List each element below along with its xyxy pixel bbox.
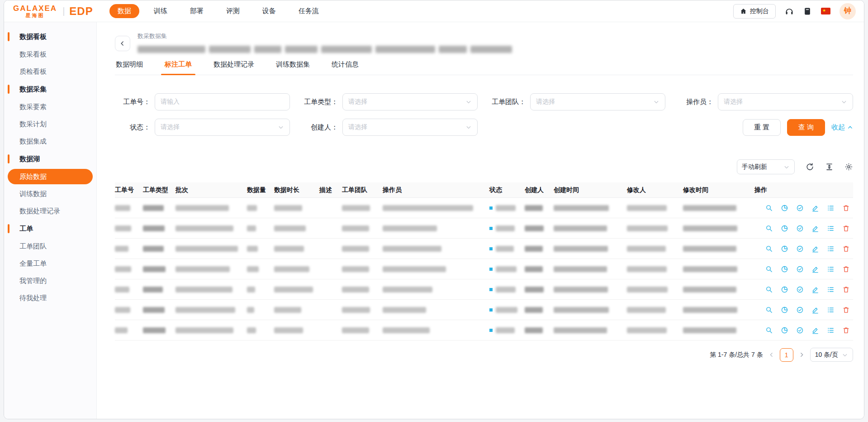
tab-统计信息[interactable]: 统计信息	[331, 60, 360, 75]
sidebar-item[interactable]: 数采计划	[4, 115, 96, 133]
settings-icon[interactable]	[844, 163, 853, 171]
table-cell	[683, 225, 754, 231]
filter-select[interactable]: 请选择	[342, 93, 478, 110]
edit-icon[interactable]	[811, 265, 819, 273]
redacted-text	[175, 205, 229, 211]
delete-icon[interactable]	[842, 286, 850, 293]
search-button[interactable]: 查询	[787, 119, 825, 136]
approve-icon[interactable]	[796, 265, 804, 273]
sidebar-item[interactable]: 数采看板	[4, 46, 96, 63]
edit-icon[interactable]	[811, 245, 819, 253]
edit-icon[interactable]	[811, 326, 819, 334]
delete-icon[interactable]	[842, 326, 850, 334]
delete-icon[interactable]	[842, 245, 850, 253]
edit-icon[interactable]	[811, 286, 819, 293]
view-icon[interactable]	[765, 326, 773, 334]
table-row	[115, 320, 853, 340]
collapse-link[interactable]: 收起	[831, 123, 853, 132]
redacted-text	[383, 266, 446, 272]
nav-item[interactable]: 评测	[218, 4, 248, 18]
view-icon[interactable]	[765, 245, 773, 253]
delete-icon[interactable]	[842, 265, 850, 273]
redacted-text	[627, 246, 666, 252]
column-height-icon[interactable]	[825, 163, 834, 171]
approve-icon[interactable]	[796, 225, 804, 232]
refresh-icon[interactable]	[806, 163, 814, 171]
detail-list-icon[interactable]	[827, 306, 835, 314]
view-icon[interactable]	[765, 265, 773, 273]
approve-icon[interactable]	[796, 306, 804, 314]
delete-icon[interactable]	[842, 204, 850, 212]
delete-icon[interactable]	[842, 306, 850, 314]
filter-select[interactable]: 请选择	[155, 119, 290, 136]
nav-item[interactable]: 任务流	[290, 4, 327, 18]
user-avatar[interactable]: 钟	[840, 3, 856, 19]
headset-icon[interactable]	[785, 7, 794, 16]
statistics-icon[interactable]	[781, 286, 788, 293]
statistics-icon[interactable]	[781, 225, 788, 232]
nav-item[interactable]: 训练	[146, 4, 175, 18]
detail-list-icon[interactable]	[827, 265, 835, 273]
statistics-icon[interactable]	[781, 306, 788, 314]
filter-select[interactable]: 请选择	[718, 93, 853, 110]
detail-list-icon[interactable]	[827, 225, 835, 232]
prev-page-icon[interactable]	[768, 352, 774, 358]
tab-标注工单[interactable]: 标注工单	[164, 60, 193, 75]
detail-list-icon[interactable]	[827, 326, 835, 334]
home-icon	[740, 8, 747, 14]
approve-icon[interactable]	[796, 326, 804, 334]
sidebar-item[interactable]: 质检看板	[4, 63, 96, 80]
sidebar-item[interactable]: 工单团队	[4, 238, 96, 255]
filter-input[interactable]: 请输入	[155, 93, 290, 110]
sidebar-item[interactable]: 数采要素	[4, 98, 96, 115]
tab-数据处理记录[interactable]: 数据处理记录	[213, 60, 255, 75]
back-button[interactable]	[115, 36, 130, 51]
console-button[interactable]: 控制台	[733, 4, 776, 19]
redacted-text	[383, 287, 432, 293]
detail-list-icon[interactable]	[827, 204, 835, 212]
table-row	[115, 239, 853, 259]
approve-icon[interactable]	[796, 204, 804, 212]
tab-数据明细[interactable]: 数据明细	[115, 60, 144, 75]
view-icon[interactable]	[765, 225, 773, 232]
detail-list-icon[interactable]	[827, 286, 835, 293]
approve-icon[interactable]	[796, 245, 804, 253]
detail-list-icon[interactable]	[827, 245, 835, 253]
sidebar-item[interactable]: 训练数据	[4, 185, 96, 202]
statistics-icon[interactable]	[781, 326, 788, 334]
sidebar-item[interactable]: 我管理的	[4, 272, 96, 289]
statistics-icon[interactable]	[781, 265, 788, 273]
table-cell	[627, 205, 683, 211]
delete-icon[interactable]	[842, 225, 850, 232]
filter-select[interactable]: 请选择	[530, 93, 665, 110]
nav-item[interactable]: 数据	[109, 4, 139, 18]
sidebar-item[interactable]: 数据集成	[4, 133, 96, 150]
approve-icon[interactable]	[796, 286, 804, 293]
view-icon[interactable]	[765, 204, 773, 212]
page-size-select[interactable]: 10 条/页	[810, 348, 853, 362]
sidebar-group-title: 数据湖	[4, 150, 96, 168]
sidebar-item[interactable]: 待我处理	[4, 289, 96, 307]
nav-item[interactable]: 设备	[254, 4, 284, 18]
refresh-mode-select[interactable]: 手动刷新	[737, 159, 795, 174]
statistics-icon[interactable]	[781, 245, 788, 253]
filter-select[interactable]: 请选择	[342, 119, 478, 136]
sidebar-item[interactable]: 原始数据	[8, 169, 93, 184]
edit-icon[interactable]	[811, 306, 819, 314]
next-page-icon[interactable]	[799, 352, 805, 358]
cn-flag-icon[interactable]: ★	[821, 8, 830, 14]
sidebar-item[interactable]: 全量工单	[4, 255, 96, 272]
table-cell	[274, 246, 319, 252]
nav-item[interactable]: 部署	[182, 4, 212, 18]
statistics-icon[interactable]	[781, 204, 788, 212]
edit-icon[interactable]	[811, 225, 819, 232]
view-icon[interactable]	[765, 306, 773, 314]
reset-button[interactable]: 重置	[743, 119, 781, 136]
page-number[interactable]: 1	[780, 348, 793, 362]
table-cell	[175, 287, 247, 293]
docs-icon[interactable]	[803, 7, 812, 16]
view-icon[interactable]	[765, 286, 773, 293]
sidebar-item[interactable]: 数据处理记录	[4, 202, 96, 220]
tab-训练数据集[interactable]: 训练数据集	[275, 60, 311, 75]
edit-icon[interactable]	[811, 204, 819, 212]
